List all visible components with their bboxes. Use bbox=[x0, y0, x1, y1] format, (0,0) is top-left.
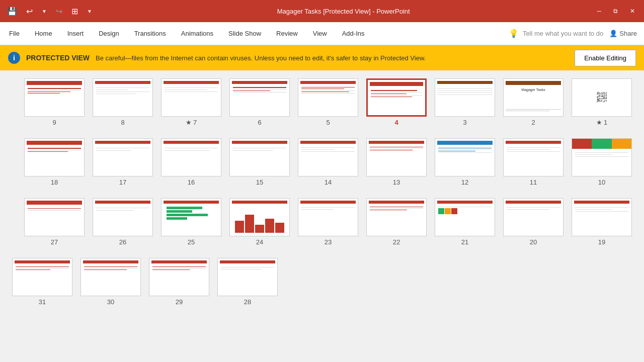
slide-19-number: 19 bbox=[598, 238, 605, 246]
slide-1-star: ★ bbox=[596, 119, 602, 126]
slide-3-number: 3 bbox=[463, 119, 466, 126]
customize-qat[interactable]: ▼ bbox=[84, 7, 95, 16]
slide-row-4: 28 29 bbox=[12, 258, 632, 306]
slide-thumb-1: ﷽ bbox=[572, 78, 632, 117]
slide-item-12[interactable]: 12 bbox=[435, 138, 495, 186]
minimize-button[interactable]: ─ bbox=[592, 6, 606, 17]
ribbon-search[interactable]: 💡 Tell me what you want to do bbox=[509, 29, 603, 38]
slide-thumb-23 bbox=[298, 198, 358, 236]
slide-item-15[interactable]: 15 bbox=[229, 138, 290, 186]
slide-item-16[interactable]: 16 bbox=[161, 138, 221, 186]
slide-thumb-12 bbox=[435, 138, 495, 176]
slide-item-24[interactable]: 24 bbox=[229, 198, 290, 246]
slide-24-number: 24 bbox=[256, 238, 263, 246]
tab-slideshow[interactable]: Slide Show bbox=[221, 25, 268, 42]
slide-item-29[interactable]: 29 bbox=[149, 258, 209, 306]
slide-item-6[interactable]: 6 bbox=[229, 78, 290, 126]
slide-5-number: 5 bbox=[326, 119, 330, 126]
slide-thumb-28 bbox=[217, 258, 278, 296]
restore-button[interactable]: ⧉ bbox=[608, 6, 623, 17]
slide-row-2: 10 11 bbox=[12, 138, 632, 186]
tab-insert[interactable]: Insert bbox=[60, 25, 91, 42]
slide-item-11[interactable]: 11 bbox=[503, 138, 564, 186]
slide-10-number: 10 bbox=[598, 178, 605, 186]
undo-button[interactable]: ↩ bbox=[23, 5, 36, 18]
slide-thumb-13 bbox=[366, 138, 427, 176]
slide-12-number: 12 bbox=[461, 178, 468, 186]
tab-transitions[interactable]: Transitions bbox=[127, 25, 173, 42]
slide-item-5[interactable]: 5 bbox=[298, 78, 358, 126]
slide-item-17[interactable]: 17 bbox=[93, 138, 153, 186]
slide-27-number: 27 bbox=[51, 238, 58, 246]
slide-2-number: 2 bbox=[531, 119, 535, 126]
slide-thumb-19 bbox=[572, 198, 632, 236]
slide-11-number: 11 bbox=[530, 178, 537, 186]
slide-thumb-2: Magager Tasks bbox=[503, 78, 564, 117]
tab-design[interactable]: Design bbox=[92, 25, 126, 42]
slide-item-10[interactable]: 10 bbox=[572, 138, 632, 186]
slide-thumb-8 bbox=[93, 78, 153, 117]
slide-23-number: 23 bbox=[325, 238, 332, 246]
slide-thumb-5 bbox=[298, 78, 358, 117]
window-title: Magager Tasks [Protected View] - PowerPo… bbox=[95, 8, 592, 15]
slide-item-27[interactable]: 27 bbox=[24, 198, 85, 246]
slide-item-4[interactable]: 4 bbox=[366, 78, 427, 126]
tab-file[interactable]: File bbox=[2, 25, 27, 42]
share-button[interactable]: 👤 Share bbox=[604, 28, 642, 39]
slide-1-number: 1 bbox=[604, 119, 607, 126]
slide-30-number: 30 bbox=[107, 298, 114, 306]
slide-item-9[interactable]: 9 bbox=[24, 78, 85, 126]
slide-item-8[interactable]: 8 bbox=[93, 78, 153, 126]
slide-item-19[interactable]: 19 bbox=[572, 198, 632, 246]
tab-home[interactable]: Home bbox=[28, 25, 59, 42]
slide-item-23[interactable]: 23 bbox=[298, 198, 358, 246]
slide-item-20[interactable]: 20 bbox=[503, 198, 564, 246]
slide-item-7[interactable]: ★ 7 bbox=[161, 78, 221, 126]
slide-20-number: 20 bbox=[530, 238, 537, 246]
slide-item-31[interactable]: 31 bbox=[12, 258, 72, 306]
slide-item-25[interactable]: 25 bbox=[161, 198, 221, 246]
slide-row-3: 19 20 bbox=[12, 198, 632, 246]
slide-item-18[interactable]: 18 bbox=[24, 138, 85, 186]
slide-item-3[interactable]: 3 bbox=[435, 78, 495, 126]
slide-item-1[interactable]: ﷽ ★ 1 bbox=[572, 78, 632, 126]
slide-21-number: 21 bbox=[461, 238, 468, 246]
slide-16-number: 16 bbox=[188, 178, 195, 186]
close-button[interactable]: ✕ bbox=[625, 6, 640, 17]
tab-view[interactable]: View bbox=[306, 25, 334, 42]
slide-thumb-17 bbox=[93, 138, 153, 176]
slide-15-number: 15 bbox=[256, 178, 263, 186]
undo-dropdown[interactable]: ▼ bbox=[39, 7, 50, 16]
ribbon: File Home Insert Design Transitions Anim… bbox=[0, 22, 644, 45]
enable-editing-button[interactable]: Enable Editing bbox=[575, 50, 636, 66]
slide-thumb-3 bbox=[435, 78, 495, 117]
slide-28-number: 28 bbox=[244, 298, 251, 306]
slide-grid-area: ﷽ ★ 1 Magager Tasks bbox=[0, 70, 644, 362]
save-button[interactable]: 💾 bbox=[4, 5, 20, 18]
info-icon: i bbox=[8, 52, 20, 64]
tab-addins[interactable]: Add-Ins bbox=[335, 25, 372, 42]
slide-grid: ﷽ ★ 1 Magager Tasks bbox=[12, 78, 632, 306]
slide-item-26[interactable]: 26 bbox=[93, 198, 153, 246]
slide-item-28[interactable]: 28 bbox=[217, 258, 278, 306]
slide-thumb-22 bbox=[366, 198, 427, 236]
slide-item-14[interactable]: 14 bbox=[298, 138, 358, 186]
share-icon: 👤 bbox=[609, 30, 617, 37]
slide-thumb-6 bbox=[229, 78, 290, 117]
redo-button[interactable]: ↪ bbox=[53, 5, 65, 18]
tab-review[interactable]: Review bbox=[269, 25, 305, 42]
slide-item-22[interactable]: 22 bbox=[366, 198, 427, 246]
slide-thumb-26 bbox=[93, 198, 153, 236]
slide-14-number: 14 bbox=[325, 178, 332, 186]
slide-2-bar bbox=[506, 81, 561, 85]
slide-item-13[interactable]: 13 bbox=[366, 138, 427, 186]
slide-item-30[interactable]: 30 bbox=[80, 258, 141, 306]
slide-2-text: Magager Tasks bbox=[521, 88, 545, 92]
window-controls: ─ ⧉ ✕ bbox=[592, 6, 640, 17]
slide-item-2[interactable]: Magager Tasks 2 bbox=[503, 78, 564, 126]
present-button[interactable]: ⊞ bbox=[68, 5, 81, 18]
tab-animations[interactable]: Animations bbox=[174, 25, 220, 42]
slide-thumb-31 bbox=[12, 258, 72, 296]
slide-22-number: 22 bbox=[393, 238, 400, 246]
slide-item-21[interactable]: 21 bbox=[435, 198, 495, 246]
